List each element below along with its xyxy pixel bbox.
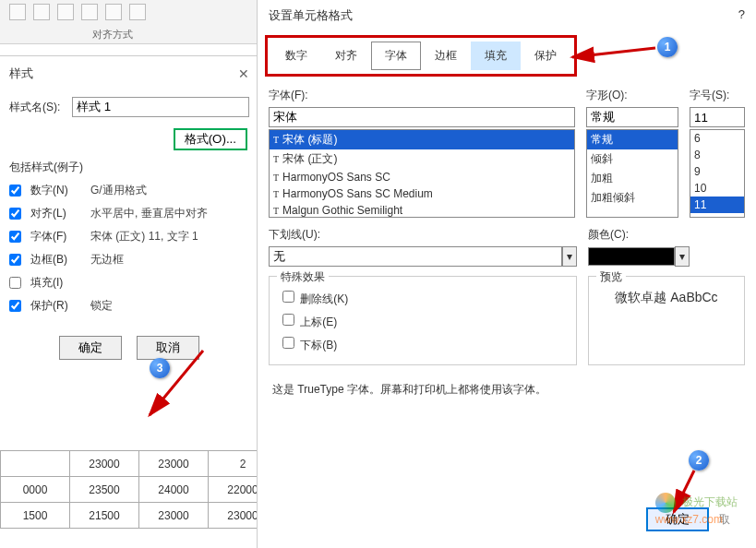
truetype-message: 这是 TrueType 字体。屏幕和打印机上都将使用该字体。 xyxy=(272,382,741,398)
include-key: 对齐(L) xyxy=(30,206,81,221)
effects-legend: 特殊效果 xyxy=(277,269,329,285)
include-checkbox[interactable] xyxy=(9,277,21,289)
include-val: 宋体 (正文) 11, 文字 1 xyxy=(90,229,198,244)
preview-group: 预览 微软卓越 AaBbCc xyxy=(588,276,745,365)
annotation-badge-2: 2 xyxy=(689,450,709,471)
list-item[interactable]: TMalgun Gothic Semilight xyxy=(270,202,574,218)
include-checkbox[interactable] xyxy=(9,300,21,312)
underline-label: 下划线(U): xyxy=(269,227,577,243)
list-item[interactable]: 11 xyxy=(690,197,744,213)
tab-数字[interactable]: 数字 xyxy=(271,42,321,70)
style-dialog-title: 样式 xyxy=(9,66,33,82)
effect-option[interactable]: 删除线(K) xyxy=(279,288,567,307)
list-item[interactable]: T宋体 (标题) xyxy=(270,130,574,149)
format-button[interactable]: 格式(O)... xyxy=(174,128,247,150)
font-listbox[interactable]: T宋体 (标题)T宋体 (正文)THarmonyOS Sans SCTHarmo… xyxy=(269,129,575,218)
effect-checkbox[interactable] xyxy=(282,291,294,303)
list-item[interactable]: 常规 xyxy=(587,130,678,149)
ribbon-align-icons xyxy=(9,4,146,20)
list-item[interactable]: 6 xyxy=(690,130,744,147)
tab-边框[interactable]: 边框 xyxy=(421,42,471,70)
list-item[interactable]: THarmonyOS Sans SC xyxy=(270,169,574,185)
include-key: 填充(I) xyxy=(30,275,81,291)
table-cell[interactable]: 24000 xyxy=(139,477,209,503)
effect-option[interactable]: 上标(E) xyxy=(279,311,567,330)
preview-text: 微软卓越 AaBbCc xyxy=(593,290,740,306)
list-item[interactable]: 倾斜 xyxy=(587,149,678,169)
table-cell[interactable]: 23000 xyxy=(70,451,139,477)
include-val: G/通用格式 xyxy=(90,183,147,198)
list-item[interactable]: 加粗 xyxy=(587,169,678,188)
table-cell[interactable] xyxy=(1,451,70,477)
include-key: 边框(B) xyxy=(30,252,81,268)
close-icon[interactable]: ✕ xyxy=(238,66,249,81)
color-label: 颜色(C): xyxy=(588,227,745,243)
include-checkbox[interactable] xyxy=(9,231,21,243)
include-key: 保护(R) xyxy=(30,298,81,314)
include-checkbox[interactable] xyxy=(9,208,21,220)
format-dialog-title: 设置单元格格式 xyxy=(269,7,353,24)
table-cell[interactable]: 0000 xyxy=(1,477,70,503)
list-item[interactable]: 8 xyxy=(690,147,744,163)
effect-option[interactable]: 下标(B) xyxy=(279,334,567,353)
list-item[interactable]: T宋体 (正文) xyxy=(270,149,574,169)
table-row: 1500215002300023000 xyxy=(1,503,278,529)
tab-字体[interactable]: 字体 xyxy=(371,42,421,70)
table-cell[interactable]: 1500 xyxy=(1,503,70,529)
tab-保护[interactable]: 保护 xyxy=(521,42,570,70)
list-item[interactable]: 加粗倾斜 xyxy=(587,188,678,208)
style-input[interactable] xyxy=(586,107,678,127)
effect-checkbox[interactable] xyxy=(282,337,294,349)
include-row: 保护(R) 锁定 xyxy=(9,298,249,314)
style-cancel-button[interactable]: 取消 xyxy=(137,336,199,360)
include-val: 锁定 xyxy=(90,298,113,314)
watermark-url: www.xz7.com xyxy=(655,513,723,526)
include-checkbox[interactable] xyxy=(9,185,21,197)
data-table-fragment: 2300023000200002350024000220001500215002… xyxy=(0,450,278,529)
font-input[interactable] xyxy=(269,107,575,127)
include-checkbox[interactable] xyxy=(9,254,21,266)
style-name-input[interactable] xyxy=(72,97,249,117)
align-icon[interactable] xyxy=(105,4,122,20)
align-icon[interactable] xyxy=(9,4,26,20)
watermark-site: 极光下载站 xyxy=(682,495,738,508)
effect-checkbox[interactable] xyxy=(282,314,294,326)
table-cell[interactable]: 23000 xyxy=(139,503,209,529)
ribbon-fragment: 对齐方式 xyxy=(0,0,258,44)
style-ok-button[interactable]: 确定 xyxy=(59,336,122,360)
include-key: 字体(F) xyxy=(30,229,81,244)
preview-legend: 预览 xyxy=(596,269,626,285)
chevron-down-icon[interactable]: ▾ xyxy=(562,246,577,267)
list-item[interactable]: 12 xyxy=(690,213,744,218)
font-label: 字体(F): xyxy=(269,88,575,103)
include-row: 字体(F) 宋体 (正文) 11, 文字 1 xyxy=(9,229,249,244)
underline-select[interactable] xyxy=(269,246,562,267)
list-item[interactable]: 10 xyxy=(690,180,744,197)
include-key: 数字(N) xyxy=(30,183,81,198)
table-cell[interactable]: 23500 xyxy=(70,477,139,503)
size-listbox[interactable]: 689101112 xyxy=(690,129,745,218)
size-input[interactable] xyxy=(690,107,745,127)
style-name-label: 样式名(S): xyxy=(9,100,65,115)
tab-填充[interactable]: 填充 xyxy=(471,42,521,70)
table-cell[interactable]: 21500 xyxy=(70,503,139,529)
include-row: 边框(B) 无边框 xyxy=(9,252,249,268)
color-swatch[interactable] xyxy=(588,247,675,266)
ribbon-group-label: 对齐方式 xyxy=(92,28,133,42)
watermark-logo-icon xyxy=(655,493,676,513)
help-icon[interactable]: ? xyxy=(738,7,745,24)
align-icon[interactable] xyxy=(129,4,146,20)
table-cell[interactable]: 23000 xyxy=(139,451,209,477)
align-icon[interactable] xyxy=(81,4,98,20)
table-row: 0000235002400022000 xyxy=(1,477,278,503)
annotation-badge-1: 1 xyxy=(657,37,678,57)
chevron-down-icon[interactable]: ▾ xyxy=(675,246,690,267)
table-row: 23000230002 xyxy=(1,451,278,477)
align-icon[interactable] xyxy=(57,4,74,20)
includes-label: 包括样式(例子) xyxy=(9,160,249,175)
style-listbox[interactable]: 常规倾斜加粗加粗倾斜 xyxy=(586,129,678,218)
tab-对齐[interactable]: 对齐 xyxy=(321,42,371,70)
list-item[interactable]: THarmonyOS Sans SC Medium xyxy=(270,185,574,202)
align-icon[interactable] xyxy=(33,4,50,20)
list-item[interactable]: 9 xyxy=(690,163,744,180)
